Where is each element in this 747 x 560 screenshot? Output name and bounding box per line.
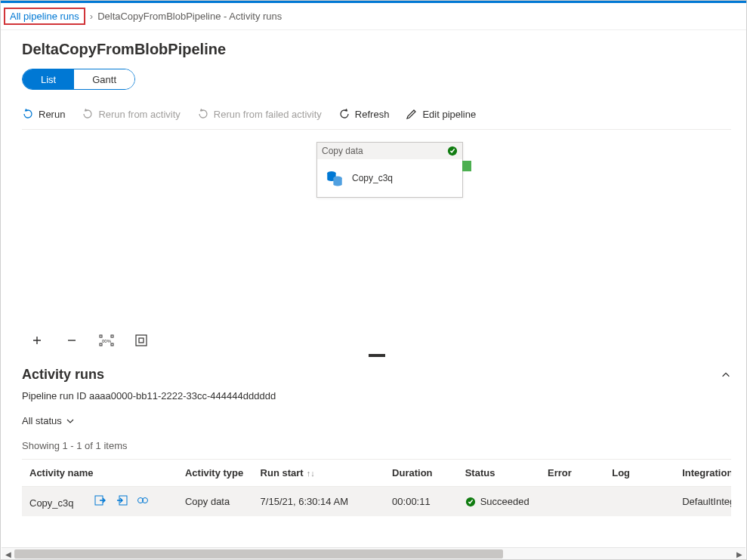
- cell-duration: 00:00:11: [384, 487, 458, 517]
- chevron-down-icon: [66, 417, 74, 425]
- svg-rect-3: [100, 335, 102, 337]
- zoom-reset-button[interactable]: 00%: [99, 333, 114, 348]
- pane-resize-handle[interactable]: [369, 354, 385, 357]
- pipeline-run-id-label: Pipeline run ID: [22, 390, 86, 402]
- activity-output-port[interactable]: [462, 161, 471, 171]
- edit-icon: [406, 108, 418, 120]
- col-integration[interactable]: Integration r: [674, 460, 731, 487]
- cell-integration: DefaultIntegr: [674, 487, 731, 517]
- activity-runs-title: Activity runs: [22, 367, 104, 383]
- col-run-start[interactable]: Run start↑↓: [253, 460, 384, 487]
- diagram-canvas[interactable]: Copy data Copy_c3q: [22, 130, 731, 356]
- col-error[interactable]: Error: [540, 460, 604, 487]
- fit-to-screen-button[interactable]: [134, 333, 149, 348]
- view-toggle-list[interactable]: List: [23, 69, 74, 89]
- edit-pipeline-button[interactable]: Edit pipeline: [406, 108, 476, 120]
- showing-count: Showing 1 - 1 of 1 items: [22, 440, 731, 451]
- cell-activity-type: Copy data: [177, 487, 253, 517]
- svg-rect-8: [136, 335, 147, 346]
- zoom-in-button[interactable]: [29, 333, 45, 348]
- rerun-from-failed-label: Rerun from failed activity: [214, 109, 322, 120]
- toolbar: Rerun Rerun from activity Rerun from fai…: [22, 99, 731, 130]
- activity-card-type: Copy data: [322, 146, 363, 156]
- activity-runs-table: Activity name Activity type Run start↑↓ …: [22, 459, 731, 516]
- zoom-out-button[interactable]: [64, 333, 79, 348]
- pipeline-run-id-value: aaaa0000-bb11-2222-33cc-444444dddddd: [89, 390, 276, 402]
- rerun-from-activity-button: Rerun from activity: [82, 108, 180, 120]
- database-icon: [325, 168, 344, 188]
- details-icon[interactable]: [137, 494, 149, 506]
- rerun-button[interactable]: Rerun: [22, 108, 65, 120]
- col-duration[interactable]: Duration: [384, 460, 458, 487]
- col-log[interactable]: Log: [604, 460, 674, 487]
- rerun-icon: [22, 108, 34, 120]
- rerun-label: Rerun: [39, 109, 65, 120]
- activity-card-title: Copy_c3q: [352, 173, 393, 183]
- breadcrumb-all-pipeline-runs[interactable]: All pipeline runs: [4, 8, 85, 25]
- status-filter-dropdown[interactable]: All status: [22, 415, 74, 426]
- scroll-right-button[interactable]: ▶: [733, 548, 745, 561]
- table-row[interactable]: Copy_c3q Copy data 7/15/21, 6:30:14 AM 0…: [22, 487, 731, 517]
- refresh-button[interactable]: Refresh: [338, 108, 390, 120]
- output-icon[interactable]: [116, 494, 128, 506]
- cell-run-start: 7/15/21, 6:30:14 AM: [253, 487, 384, 517]
- scroll-left-button[interactable]: ◀: [2, 548, 14, 561]
- status-filter-label: All status: [22, 415, 62, 426]
- breadcrumb: All pipeline runs › DeltaCopyFromBlobPip…: [1, 3, 746, 30]
- svg-rect-9: [139, 338, 144, 343]
- cell-log: [604, 487, 674, 517]
- scrollbar-thumb[interactable]: [14, 549, 503, 558]
- refresh-icon: [338, 108, 350, 120]
- page-title: DeltaCopyFromBlobPipeline: [22, 41, 731, 58]
- svg-text:00%: 00%: [102, 339, 112, 343]
- col-status[interactable]: Status: [458, 460, 540, 487]
- col-activity-name[interactable]: Activity name: [22, 460, 177, 487]
- activity-card[interactable]: Copy data Copy_c3q: [316, 142, 463, 198]
- view-toggle: List Gantt: [22, 69, 135, 90]
- cell-status: Succeeded: [480, 496, 529, 507]
- breadcrumb-current: DeltaCopyFromBlobPipeline - Activity run…: [97, 11, 282, 22]
- rerun-from-activity-icon: [82, 108, 94, 120]
- success-icon: [465, 497, 476, 507]
- collapse-section-button[interactable]: [721, 370, 731, 380]
- svg-rect-6: [111, 343, 113, 346]
- col-activity-type[interactable]: Activity type: [177, 460, 253, 487]
- cell-activity-name: Copy_c3q: [29, 497, 74, 509]
- cell-error: [540, 487, 604, 517]
- refresh-label: Refresh: [355, 109, 390, 120]
- success-icon: [447, 146, 458, 156]
- view-toggle-gantt[interactable]: Gantt: [74, 69, 134, 89]
- chevron-right-icon: ›: [90, 11, 93, 22]
- rerun-from-failed-button: Rerun from failed activity: [197, 108, 322, 120]
- edit-pipeline-label: Edit pipeline: [422, 109, 476, 120]
- svg-rect-4: [111, 335, 113, 337]
- rerun-from-activity-label: Rerun from activity: [98, 109, 180, 120]
- rerun-from-failed-icon: [197, 108, 209, 120]
- sort-icon: ↑↓: [307, 469, 315, 478]
- svg-rect-5: [100, 343, 102, 346]
- horizontal-scrollbar[interactable]: ◀ ▶: [2, 547, 745, 560]
- input-icon[interactable]: [94, 494, 106, 506]
